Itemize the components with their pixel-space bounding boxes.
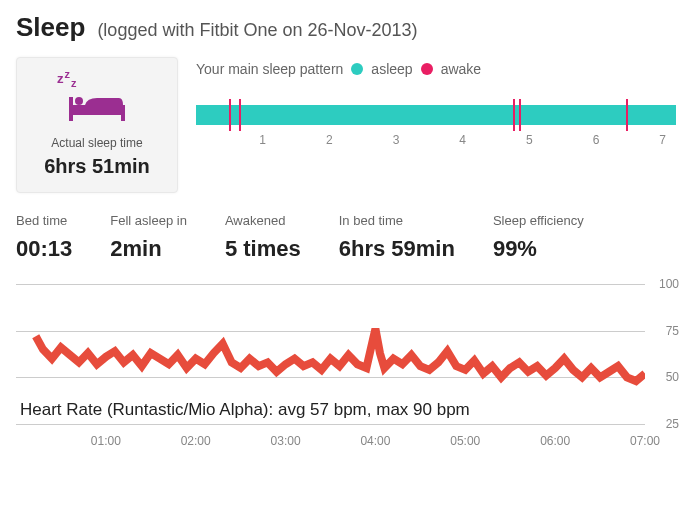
title-text: Sleep [16, 12, 85, 43]
awake-marker [239, 99, 241, 131]
y-tick-label: 75 [666, 324, 679, 338]
legend: Your main sleep pattern asleep awake [196, 61, 679, 77]
svg-rect-2 [121, 105, 125, 121]
grid-line [16, 424, 645, 425]
card-label: Actual sleep time [23, 136, 171, 150]
stat-value: 6hrs 59min [339, 236, 455, 262]
x-tick-label: 7 [659, 133, 666, 147]
sleep-time-card: zzz Actual sleep time 6hrs 51min [16, 57, 178, 193]
svg-rect-1 [69, 97, 73, 121]
legend-dot-asleep [351, 63, 363, 75]
heart-rate-chart: 255075100 Heart Rate (Runtastic/Mio Alph… [16, 284, 679, 454]
x-tick-label: 05:00 [450, 434, 480, 448]
y-tick-label: 50 [666, 370, 679, 384]
awake-marker [519, 99, 521, 131]
stat-0: Bed time00:13 [16, 213, 72, 262]
stat-1: Fell asleep in2min [110, 213, 187, 262]
svg-rect-0 [69, 105, 125, 115]
stat-label: Fell asleep in [110, 213, 187, 228]
sleep-stats: Bed time00:13Fell asleep in2minAwakened5… [16, 213, 679, 262]
legend-intro: Your main sleep pattern [196, 61, 343, 77]
zzz-icon: zzz [57, 68, 171, 89]
y-tick-label: 100 [659, 277, 679, 291]
card-value: 6hrs 51min [23, 155, 171, 178]
legend-asleep-label: asleep [371, 61, 412, 77]
heart-rate-caption: Heart Rate (Runtastic/Mio Alpha): avg 57… [20, 400, 470, 420]
x-tick-label: 07:00 [630, 434, 660, 448]
legend-dot-awake [421, 63, 433, 75]
legend-awake-label: awake [441, 61, 481, 77]
x-tick-label: 3 [393, 133, 400, 147]
stat-2: Awakened5 times [225, 213, 301, 262]
stat-label: Sleep efficiency [493, 213, 584, 228]
sleep-xaxis: 1234567 [196, 133, 676, 153]
stat-value: 5 times [225, 236, 301, 262]
sleep-bar [196, 105, 676, 125]
svg-point-3 [75, 97, 83, 105]
x-tick-label: 04:00 [360, 434, 390, 448]
stat-4: Sleep efficiency99% [493, 213, 584, 262]
y-tick-label: 25 [666, 417, 679, 431]
x-tick-label: 02:00 [181, 434, 211, 448]
bed-icon [67, 91, 127, 125]
stat-label: Awakened [225, 213, 301, 228]
stat-3: In bed time6hrs 59min [339, 213, 455, 262]
x-tick-label: 4 [459, 133, 466, 147]
awake-marker [626, 99, 628, 131]
awake-marker [513, 99, 515, 131]
x-tick-label: 03:00 [271, 434, 301, 448]
heart-rate-path [36, 329, 645, 381]
stat-value: 00:13 [16, 236, 72, 262]
x-tick-label: 01:00 [91, 434, 121, 448]
x-tick-label: 6 [593, 133, 600, 147]
stat-value: 2min [110, 236, 187, 262]
title-subtitle: (logged with Fitbit One on 26-Nov-2013) [97, 20, 417, 41]
x-tick-label: 2 [326, 133, 333, 147]
stat-label: In bed time [339, 213, 455, 228]
stat-value: 99% [493, 236, 584, 262]
x-tick-label: 5 [526, 133, 533, 147]
awake-marker [229, 99, 231, 131]
page-title: Sleep (logged with Fitbit One on 26-Nov-… [16, 12, 679, 43]
x-tick-label: 1 [259, 133, 266, 147]
x-tick-label: 06:00 [540, 434, 570, 448]
stat-label: Bed time [16, 213, 72, 228]
sleep-pattern-chart: Your main sleep pattern asleep awake 123… [196, 57, 679, 193]
